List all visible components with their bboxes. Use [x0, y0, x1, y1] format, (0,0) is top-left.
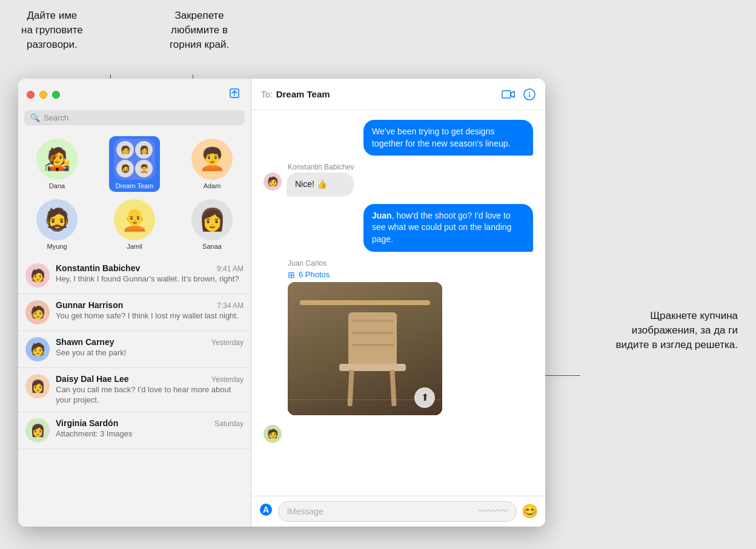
search-bar[interactable]: 🔍 Search: [24, 110, 245, 125]
adam-avatar: 🧑‍🦱: [191, 139, 233, 180]
conv-time: 9:41 AM: [217, 265, 244, 273]
myung-avatar: 🧔: [36, 199, 78, 240]
input-bar: A iMessage 〰〰〰 😊: [251, 496, 545, 527]
bubble-out: We've been trying to get designs togethe…: [363, 120, 533, 156]
messages-window: 🔍 Search 🧑‍🎤 Dana 🧑 👩 🧔 🧑‍🦱 Dream Team: [18, 79, 545, 527]
chat-header: To: Dream Team: [251, 79, 545, 110]
conv-time: Yesterday: [211, 338, 244, 347]
search-icon: 🔍: [30, 113, 40, 122]
conv-item-konstantin[interactable]: 🧑 Konstantin Babichev 9:41 AM Hey, I thi…: [18, 257, 251, 294]
compose-button[interactable]: [227, 85, 242, 104]
dream-team-label: Dream Team: [116, 182, 154, 189]
message-outgoing-1: We've been trying to get designs togethe…: [264, 120, 533, 156]
pinned-contact-sanaa[interactable]: 👩 Sanaa: [187, 197, 237, 252]
myung-label: Myung: [47, 243, 67, 250]
conv-name: Gunnar Harrison: [56, 300, 123, 310]
messages-scroll: We've been trying to get designs togethe…: [251, 110, 545, 496]
pinned-contact-jamil[interactable]: 🧑‍🦲 Jamil: [109, 197, 160, 252]
conv-time: Yesterday: [211, 375, 244, 384]
dream-team-avatar: 🧑 👩 🧔 🧑‍🦱: [114, 139, 155, 180]
photo-grid-icon: ⊞: [288, 270, 295, 280]
search-placeholder: Search: [44, 113, 68, 122]
conv-preview: Attachment: 3 Images: [56, 429, 244, 438]
konstantin-avatar: 🧑: [25, 263, 50, 288]
svg-rect-2: [502, 91, 511, 98]
annotation-group-name: Дайте име на груповите разговори.: [21, 8, 83, 51]
traffic-lights: [27, 91, 60, 99]
close-button[interactable]: [27, 91, 35, 99]
conv-time: Saturday: [214, 419, 244, 428]
conv-preview: See you at the park!: [56, 348, 244, 357]
sanaa-avatar: 👩: [191, 199, 233, 240]
bubble-in: Nice! 👍: [287, 173, 354, 197]
pinned-row-1: 🧑‍🎤 Dana 🧑 👩 🧔 🧑‍🦱 Dream Team 🧑‍🦱 Adam: [18, 131, 251, 194]
minimize-button[interactable]: [39, 91, 47, 99]
photo-count: 6 Photos: [299, 270, 330, 279]
conv-item-gunnar[interactable]: 🧑 Gunnar Harrison 7:34 AM You get home s…: [18, 294, 251, 331]
pinned-contact-dream-team[interactable]: 🧑 👩 🧔 🧑‍🦱 Dream Team: [109, 136, 160, 192]
photo-stack-wrapper: ⬆: [288, 282, 445, 415]
fullscreen-button[interactable]: [52, 91, 60, 99]
conv-name: Konstantin Babichev: [56, 263, 140, 273]
daisy-avatar: 👩: [25, 374, 50, 398]
pinned-contact-myung[interactable]: 🧔 Myung: [31, 197, 82, 252]
to-label: To:: [261, 90, 273, 99]
conv-name: Virginia Sardón: [56, 418, 118, 428]
pinned-row-2: 🧔 Myung 🧑‍🦲 Jamil 👩 Sanaa: [18, 194, 251, 257]
dana-label: Dana: [49, 182, 65, 189]
svg-text:A: A: [263, 505, 269, 514]
sidebar: 🔍 Search 🧑‍🎤 Dana 🧑 👩 🧔 🧑‍🦱 Dream Team: [18, 79, 251, 527]
conv-time: 7:34 AM: [217, 301, 244, 310]
juan-sender-name: Juan Carlos: [288, 259, 533, 268]
jamil-avatar: 🧑‍🦲: [114, 199, 155, 240]
emoji-button[interactable]: 😊: [522, 504, 538, 519]
photo-stack-section: Juan Carlos ⊞ 6 Photos: [264, 259, 533, 415]
message-incoming-konstantin: 🧑 Konstantin Babichev Nice! 👍: [264, 163, 533, 197]
input-placeholder: iMessage: [287, 507, 323, 516]
jamil-label: Jamil: [127, 243, 142, 250]
audio-waveform-icon: 〰〰〰: [479, 506, 508, 517]
share-button[interactable]: ⬆: [414, 387, 435, 408]
conv-preview: Can you call me back? I'd love to hear m…: [56, 385, 244, 406]
annotation-pin-favorites: Закрепете любимите в горния край.: [170, 8, 229, 51]
conv-item-virginia[interactable]: 👩 Virginia Sardón Saturday Attachment: 3…: [18, 412, 251, 449]
conv-name: Daisy Dal Hae Lee: [56, 374, 129, 384]
chat-area: To: Dream Team: [251, 79, 545, 527]
konstantin-msg-avatar: 🧑: [264, 173, 282, 191]
conv-name: Shawn Carney: [56, 337, 114, 347]
photo-stack-image[interactable]: ⬆: [288, 282, 442, 415]
adam-label: Adam: [204, 182, 221, 189]
juan-avatar: 🧑: [264, 425, 282, 443]
bubble-out: Juan, how'd the shoot go? I'd love to se…: [363, 204, 533, 252]
chat-recipient: Dream Team: [276, 89, 330, 99]
conv-preview: Hey, I think I found Gunnar's wallet. It…: [56, 274, 244, 283]
conv-item-shawn[interactable]: 🧑 Shawn Carney Yesterday See you at the …: [18, 331, 251, 368]
app-store-button[interactable]: A: [259, 502, 273, 521]
pinned-contact-adam[interactable]: 🧑‍🦱 Adam: [187, 136, 237, 192]
shawn-avatar: 🧑: [25, 337, 50, 361]
message-input[interactable]: iMessage 〰〰〰: [278, 501, 517, 522]
sanaa-label: Sanaa: [202, 243, 222, 250]
virginia-avatar: 👩: [25, 418, 50, 442]
dana-avatar: 🧑‍🎤: [36, 139, 78, 180]
conversation-list: 🧑 Konstantin Babichev 9:41 AM Hey, I thi…: [18, 257, 251, 527]
video-call-button[interactable]: [502, 90, 515, 99]
svg-point-4: [529, 92, 530, 93]
info-button[interactable]: [523, 88, 536, 100]
annotation-photo-grid: Щракнете купчина изображения, за да ги в…: [580, 309, 738, 352]
photo-link[interactable]: ⊞ 6 Photos: [288, 270, 533, 280]
conv-preview: You get home safe? I think I lost my wal…: [56, 311, 244, 320]
conv-item-daisy[interactable]: 👩 Daisy Dal Hae Lee Yesterday Can you ca…: [18, 368, 251, 412]
message-outgoing-2: Juan, how'd the shoot go? I'd love to se…: [264, 204, 533, 252]
sender-name: Konstantin Babichev: [288, 163, 354, 171]
titlebar: [18, 79, 251, 110]
gunnar-avatar: 🧑: [25, 300, 50, 324]
pinned-contact-dana[interactable]: 🧑‍🎤 Dana: [31, 136, 82, 192]
